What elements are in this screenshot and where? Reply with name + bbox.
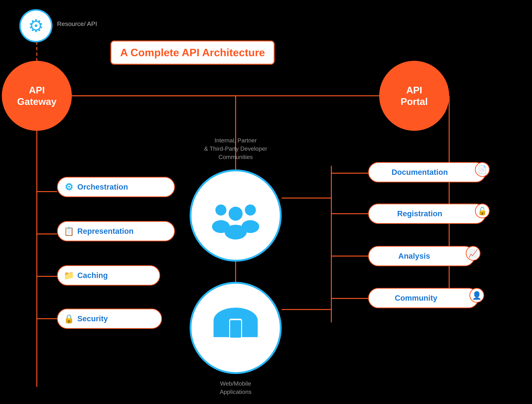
documentation-icon: 📄 (475, 162, 490, 177)
registration-pill: Registration (368, 204, 486, 224)
analysis-icon: 📈 (466, 246, 481, 261)
svg-point-28 (245, 205, 256, 216)
title-box: A Complete API Architecture (110, 40, 275, 65)
svg-point-29 (241, 220, 259, 233)
resource-api-circle: ⚙ (19, 9, 52, 42)
representation-pill: 📋 Representation (57, 221, 175, 241)
community-circle (190, 169, 282, 262)
community-pill-icon: 👤 (469, 288, 484, 303)
api-gateway-circle: API Gateway (2, 61, 72, 131)
representation-icon: 📋 (63, 226, 74, 237)
orchestration-pill: ⚙ Orchestration (57, 177, 175, 197)
svg-point-26 (215, 205, 226, 216)
security-pill: 🔒 Security (57, 308, 162, 329)
svg-point-27 (212, 220, 230, 233)
analysis-pill: Analysis (368, 246, 475, 266)
community-pill: Community (368, 288, 479, 308)
svg-rect-35 (230, 320, 241, 338)
api-portal-circle: API Portal (379, 61, 449, 131)
svg-point-24 (229, 207, 243, 221)
caching-icon: 📁 (63, 270, 74, 281)
registration-icon: 🔓 (475, 204, 490, 218)
resource-api-label: Resource/ API (57, 20, 97, 27)
svg-point-36 (234, 338, 237, 341)
orchestration-icon: ⚙ (63, 181, 74, 192)
caching-pill: 📁 Caching (57, 265, 160, 286)
security-icon: 🔒 (63, 313, 74, 324)
web-mobile-label: Web/Mobile Applications (195, 379, 276, 396)
documentation-pill: Documentation (368, 162, 486, 182)
web-mobile-circle (190, 282, 282, 374)
community-description: Internal, Partner & Third-Party Develope… (195, 136, 276, 161)
